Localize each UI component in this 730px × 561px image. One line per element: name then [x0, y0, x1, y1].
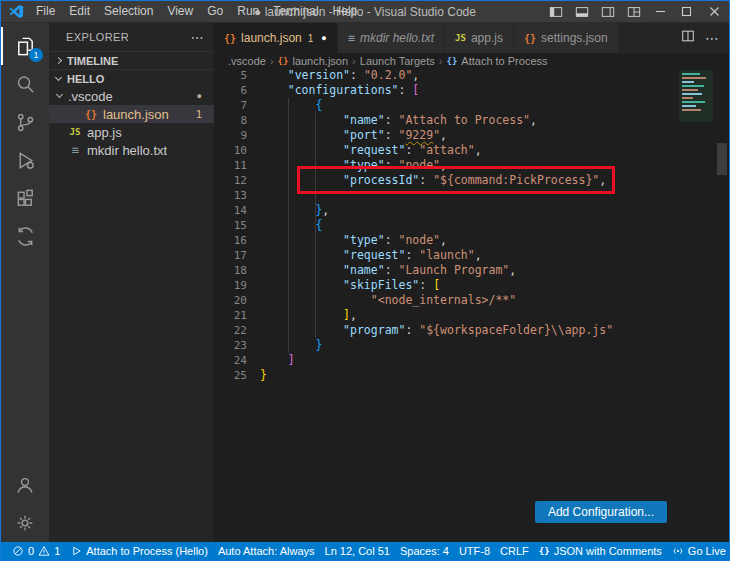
- code-line[interactable]: 23 }: [214, 338, 715, 353]
- modified-dot-icon: ●: [197, 91, 206, 101]
- code-editor[interactable]: 5 "version": "0.2.0",6 "configurations":…: [214, 68, 729, 542]
- hello-section[interactable]: HELLO: [49, 69, 214, 87]
- code-line[interactable]: 5 "version": "0.2.0",: [214, 68, 715, 83]
- layout-panel-icon[interactable]: [569, 1, 595, 22]
- minimize-button[interactable]: [647, 1, 673, 22]
- menu-selection[interactable]: Selection: [97, 1, 160, 22]
- code-line[interactable]: 20 "<node_internals>/**": [214, 293, 715, 308]
- line-number: 19: [214, 278, 247, 293]
- tab-label: mkdir hello.txt: [360, 31, 434, 45]
- code-line[interactable]: 11 "type": "node",: [214, 158, 715, 173]
- debug-config-label: Attach to Process (Hello): [86, 545, 208, 557]
- line-number: 11: [214, 158, 247, 173]
- timeline-section[interactable]: TIMELINE: [49, 51, 214, 69]
- code-line[interactable]: 19 "skipFiles": [: [214, 278, 715, 293]
- eol-status[interactable]: CRLF: [495, 542, 534, 560]
- indentation-label: Spaces: 4: [400, 545, 449, 557]
- go-live-status[interactable]: Go Live: [667, 542, 730, 560]
- menu-file[interactable]: File: [29, 1, 62, 22]
- maximize-button[interactable]: [673, 1, 699, 22]
- more-actions-icon[interactable]: ⋯: [705, 30, 719, 46]
- sidebar-header: EXPLORER ⋯: [49, 23, 214, 51]
- source-control-icon[interactable]: [1, 103, 49, 141]
- menu-terminal[interactable]: Terminal: [266, 1, 325, 22]
- breadcrumb-item-launch-targets[interactable]: Launch Targets: [360, 55, 435, 67]
- code-line[interactable]: 25}: [214, 368, 715, 383]
- encoding-status[interactable]: UTF-8: [454, 542, 495, 560]
- line-number: 24: [214, 353, 247, 368]
- text-file-icon: ≡: [348, 31, 355, 45]
- warning-icon: [38, 545, 50, 557]
- code-area[interactable]: 5 "version": "0.2.0",6 "configurations":…: [214, 68, 715, 383]
- code-line[interactable]: 10 "request": "attach",: [214, 143, 715, 158]
- code-line[interactable]: 13: [214, 188, 715, 203]
- minimap[interactable]: [679, 70, 713, 122]
- cursor-position-status[interactable]: Ln 12, Col 51: [320, 542, 395, 560]
- line-number: 21: [214, 308, 247, 323]
- code-line[interactable]: 8 "name": "Attach to Process",: [214, 113, 715, 128]
- layout-sidebar-icon[interactable]: [543, 1, 569, 22]
- menu-help[interactable]: Help: [326, 1, 365, 22]
- tree-item-mkdir-hello-txt[interactable]: ≡ mkdir hello.txt: [49, 141, 214, 159]
- sidebar-title: EXPLORER: [66, 31, 129, 43]
- problems-badge: 1: [196, 108, 206, 120]
- breadcrumb-item-vscode[interactable]: .vscode: [228, 55, 266, 67]
- code-line[interactable]: 18 "name": "Launch Program",: [214, 263, 715, 278]
- extensions-icon[interactable]: [1, 179, 49, 217]
- language-mode-status[interactable]: {} JSON with Comments: [534, 542, 667, 560]
- split-editor-icon[interactable]: [681, 29, 695, 47]
- code-line[interactable]: 22 "program": "${workspaceFolder}\\app.j…: [214, 323, 715, 338]
- customize-layout-icon[interactable]: [621, 1, 647, 22]
- sidebar-more-actions-icon[interactable]: ⋯: [191, 30, 204, 45]
- auto-attach-status[interactable]: Auto Attach: Always: [213, 542, 320, 560]
- tree-item-vscode-folder[interactable]: .vscode ●: [49, 87, 214, 105]
- add-configuration-button[interactable]: Add Configuration...: [535, 501, 667, 523]
- tab-launch-json[interactable]: {} launch.json 1 ●: [214, 23, 338, 53]
- tree-item-launch-json[interactable]: {} launch.json 1: [49, 105, 214, 123]
- close-button[interactable]: [699, 1, 729, 22]
- code-line[interactable]: 24 ]: [214, 353, 715, 368]
- eol-label: CRLF: [500, 545, 529, 557]
- tree-item-app-js[interactable]: JS app.js: [49, 123, 214, 141]
- code-line[interactable]: 6 "configurations": [: [214, 83, 715, 98]
- run-debug-icon[interactable]: [1, 141, 49, 179]
- json-file-icon: {}: [524, 33, 536, 44]
- menu-view[interactable]: View: [160, 1, 200, 22]
- editor-group: {} launch.json 1 ● ≡ mkdir hello.txt JS …: [214, 23, 729, 542]
- indentation-status[interactable]: Spaces: 4: [395, 542, 454, 560]
- menu-go[interactable]: Go: [200, 1, 230, 22]
- file-label: mkdir hello.txt: [87, 143, 167, 158]
- breadcrumb: .vscode › {} launch.json › Launch Target…: [214, 53, 729, 68]
- account-icon[interactable]: [1, 466, 49, 504]
- activity-bar: 1: [1, 23, 49, 542]
- tab-app-js[interactable]: JS app.js: [445, 23, 514, 53]
- chevron-separator-icon: ›: [439, 55, 443, 67]
- code-line[interactable]: 9 "port": "9229",: [214, 128, 715, 143]
- menu-edit[interactable]: Edit: [62, 1, 97, 22]
- layout-secondary-sidebar-icon[interactable]: [595, 1, 621, 22]
- folder-label: .vscode: [68, 89, 113, 104]
- menu-run[interactable]: Run: [230, 1, 266, 22]
- code-line[interactable]: 12 "processId": "${command:PickProcess}"…: [214, 173, 715, 188]
- line-number: 14: [214, 203, 247, 218]
- tab-bar: {} launch.json 1 ● ≡ mkdir hello.txt JS …: [214, 23, 729, 53]
- scrollbar-thumb[interactable]: [717, 143, 727, 175]
- code-line[interactable]: 14 },: [214, 203, 715, 218]
- debug-config-status[interactable]: Attach to Process (Hello): [65, 542, 213, 560]
- code-line[interactable]: 17 "request": "launch",: [214, 248, 715, 263]
- breadcrumb-item-attach-to-process[interactable]: Attach to Process: [461, 55, 547, 67]
- chevron-separator-icon: ›: [352, 55, 356, 67]
- settings-sync-icon[interactable]: [1, 217, 49, 255]
- tab-mkdir-hello-txt[interactable]: ≡ mkdir hello.txt: [338, 23, 445, 53]
- code-line[interactable]: 15 {: [214, 218, 715, 233]
- explorer-icon[interactable]: 1: [1, 27, 49, 65]
- line-number: 9: [214, 128, 247, 143]
- problems-status[interactable]: 0 1: [7, 542, 65, 560]
- code-line[interactable]: 21 ],: [214, 308, 715, 323]
- breadcrumb-item-launch-json[interactable]: launch.json: [292, 55, 348, 67]
- code-line[interactable]: 7 {: [214, 98, 715, 113]
- code-line[interactable]: 16 "type": "node",: [214, 233, 715, 248]
- tab-settings-json[interactable]: {} settings.json: [514, 23, 619, 53]
- settings-gear-icon[interactable]: [1, 504, 49, 542]
- search-icon[interactable]: [1, 65, 49, 103]
